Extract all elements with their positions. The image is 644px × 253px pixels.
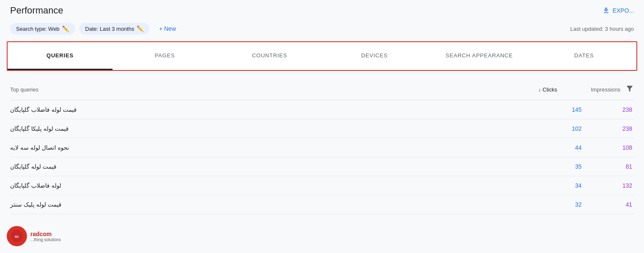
impressions-column-header[interactable]: Impressions [591,86,620,93]
tab-pages[interactable]: PAGES [113,42,217,70]
table-row: قیمت لوله پلیک سنتز 32 41 [10,195,634,214]
header-right: EXPO... [602,7,634,14]
table-row: قیمت لوله گلپایگان 35 81 [10,157,634,176]
table-section: Top queries ↓ Clicks Impressions قیمت لو… [0,74,644,221]
tab-search-appearance[interactable]: SEARCH APPEARANCE [427,42,532,70]
search-type-label: Search type: Web [16,26,59,32]
edit-search-type-icon: ✏️ [62,25,69,32]
tab-queries[interactable]: QUERIES [8,42,113,70]
sort-arrow-icon: ↓ [538,87,541,93]
filter-icon-button[interactable] [625,84,634,95]
table-row: نحوه اتصال لوله سه لایه 44 108 [10,138,634,157]
table-row: قیمت لوله فاضلاب گلپایگان 145 238 [10,100,634,119]
filters-bar: Search type: Web ✏️ Date: Last 3 months … [0,19,644,38]
clicks-column-header[interactable]: ↓ Clicks [538,86,557,93]
tabs-container: QUERIES PAGES COUNTRIES DEVICES SEARCH A… [7,41,637,71]
export-icon [602,7,610,14]
tab-countries[interactable]: COUNTRIES [217,42,322,70]
table-row: لوله فاضلاب گلپایگان 34 132 [10,176,634,195]
edit-date-icon: ✏️ [137,25,144,32]
table-columns: ↓ Clicks Impressions [538,86,622,93]
table-row: قیمت لوله پلیکا گلپایگان 102 238 [10,119,634,138]
page-title: Performance [10,5,63,16]
date-filter[interactable]: Date: Last 3 months ✏️ [79,23,150,35]
tab-dates[interactable]: DATES [531,42,636,70]
filter-icon [625,84,634,93]
tabs-row: QUERIES PAGES COUNTRIES DEVICES SEARCH A… [8,42,636,70]
tab-devices[interactable]: DEVICES [322,42,427,70]
table-section-label: Top queries [10,86,38,93]
table-header-row: Top queries ↓ Clicks Impressions [10,81,634,100]
search-type-filter[interactable]: Search type: Web ✏️ [10,23,75,35]
export-button[interactable]: EXPO... [602,7,634,14]
header-bar: Performance EXPO... [0,0,644,19]
export-label: EXPO... [612,7,634,14]
new-label: + New [159,25,176,32]
last-updated-text: Last updated: 3 hours ago [570,26,634,32]
filters-left: Search type: Web ✏️ Date: Last 3 months … [10,23,181,35]
new-filter-button[interactable]: + New [154,23,181,35]
date-label: Date: Last 3 months [85,26,134,32]
